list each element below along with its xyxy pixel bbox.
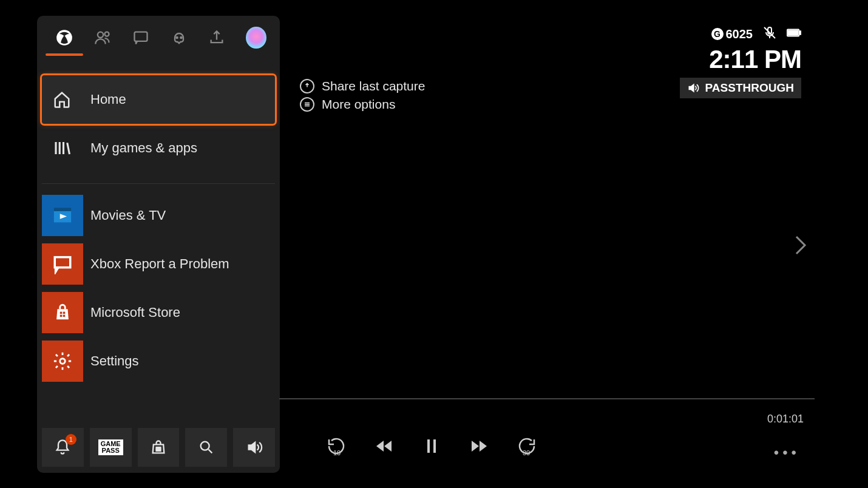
xbox-icon[interactable] <box>55 28 73 47</box>
gamerscore: G 6025 <box>711 27 753 41</box>
app-label: Microsoft Store <box>90 305 180 320</box>
svg-rect-11 <box>63 312 66 314</box>
skip-back-label: 10 <box>333 449 341 456</box>
gamerscore-value: 6025 <box>726 27 753 41</box>
hint-label: More options <box>322 97 395 112</box>
svg-rect-12 <box>60 315 63 317</box>
audio-button[interactable] <box>233 428 275 467</box>
app-label: Xbox Report a Problem <box>90 256 229 272</box>
divider <box>42 183 275 184</box>
svg-rect-23 <box>788 30 798 35</box>
notifications-button[interactable]: 1 <box>42 428 84 467</box>
svg-marker-28 <box>472 441 479 452</box>
audio-mode-label: PASSTHROUGH <box>705 81 794 95</box>
flex-spacer <box>37 382 280 428</box>
svg-marker-29 <box>480 441 487 452</box>
app-list: Movies & TV Xbox Report a Problem Micros… <box>37 195 280 382</box>
share-button-icon <box>300 79 314 93</box>
svg-rect-27 <box>433 439 436 453</box>
duration-label: 0:01:01 <box>767 413 804 425</box>
svg-point-5 <box>180 37 181 38</box>
menu-button-icon <box>300 97 314 112</box>
svg-rect-16 <box>159 447 160 449</box>
menu-my-games-apps[interactable]: My games & apps <box>42 124 275 172</box>
svg-rect-26 <box>427 439 430 453</box>
clock: 2:11 PM <box>709 45 801 74</box>
svg-point-1 <box>98 32 103 38</box>
notification-badge: 1 <box>66 434 76 445</box>
app-movies-tv[interactable]: Movies & TV <box>42 195 275 236</box>
tab-underline <box>46 53 83 56</box>
svg-point-2 <box>104 32 109 36</box>
skip-back-button[interactable]: 10 <box>328 437 346 455</box>
svg-rect-9 <box>55 257 70 268</box>
svg-rect-18 <box>159 450 160 451</box>
menu-list: Home My games & apps <box>37 57 280 172</box>
skip-fwd-label: 30 <box>523 449 530 456</box>
gear-icon <box>42 341 83 382</box>
mic-muted-icon <box>762 25 777 42</box>
hint-share: Share last capture <box>300 79 425 93</box>
status-row: G 6025 <box>711 25 802 42</box>
pause-button[interactable] <box>422 437 441 455</box>
store-icon <box>42 292 83 333</box>
home-icon <box>53 90 71 109</box>
app-label: Movies & TV <box>90 208 166 223</box>
status-bar: G 6025 2:11 PM PASSTHROUGH <box>680 25 801 98</box>
svg-rect-7 <box>54 208 71 211</box>
svg-point-14 <box>60 359 66 364</box>
skip-forward-button[interactable]: 30 <box>517 437 535 455</box>
parties-icon[interactable] <box>170 28 188 47</box>
app-settings[interactable]: Settings <box>42 341 275 382</box>
app-report-problem[interactable]: Xbox Report a Problem <box>42 243 275 285</box>
friends-icon[interactable] <box>93 28 112 47</box>
menu-label: Home <box>90 92 126 107</box>
gamepass-button[interactable]: GAME PASS <box>90 428 132 467</box>
context-hints: Share last capture More options <box>300 79 425 112</box>
library-icon <box>53 139 71 157</box>
guide-tabs <box>37 16 280 57</box>
transport-controls: 10 30 <box>328 437 535 455</box>
svg-marker-25 <box>384 441 392 452</box>
hint-more: More options <box>300 97 425 112</box>
svg-rect-17 <box>156 450 157 451</box>
bottom-bar: 1 GAME PASS <box>37 428 280 473</box>
app-label: Settings <box>90 353 139 369</box>
avatar[interactable] <box>246 27 266 49</box>
audio-mode-pill: PASSTHROUGH <box>680 78 801 98</box>
hint-label: Share last capture <box>322 79 425 93</box>
svg-rect-10 <box>60 312 63 314</box>
svg-rect-3 <box>134 32 147 41</box>
svg-marker-24 <box>376 441 384 452</box>
movies-icon <box>42 195 83 236</box>
menu-home[interactable]: Home <box>42 75 275 124</box>
svg-point-4 <box>176 37 177 38</box>
rewind-button[interactable] <box>375 437 393 455</box>
svg-rect-13 <box>63 315 66 317</box>
messages-icon[interactable] <box>132 28 150 47</box>
svg-point-19 <box>200 442 209 450</box>
report-icon <box>42 243 83 285</box>
battery-icon <box>787 25 801 42</box>
search-button[interactable] <box>185 428 227 467</box>
chevron-right-icon[interactable] <box>793 234 807 259</box>
app-microsoft-store[interactable]: Microsoft Store <box>42 292 275 333</box>
svg-rect-15 <box>156 447 157 449</box>
more-button[interactable]: ••• <box>774 444 800 461</box>
gamerscore-icon: G <box>711 28 724 40</box>
store-button[interactable] <box>138 428 180 467</box>
menu-label: My games & apps <box>90 140 197 156</box>
capture-share-icon[interactable] <box>208 28 226 47</box>
fast-forward-button[interactable] <box>470 437 488 455</box>
svg-rect-22 <box>799 31 801 35</box>
progress-track[interactable] <box>279 398 815 399</box>
guide-panel: Home My games & apps Movies & TV Xbox Re… <box>37 16 280 473</box>
gamepass-icon: GAME PASS <box>98 439 123 455</box>
